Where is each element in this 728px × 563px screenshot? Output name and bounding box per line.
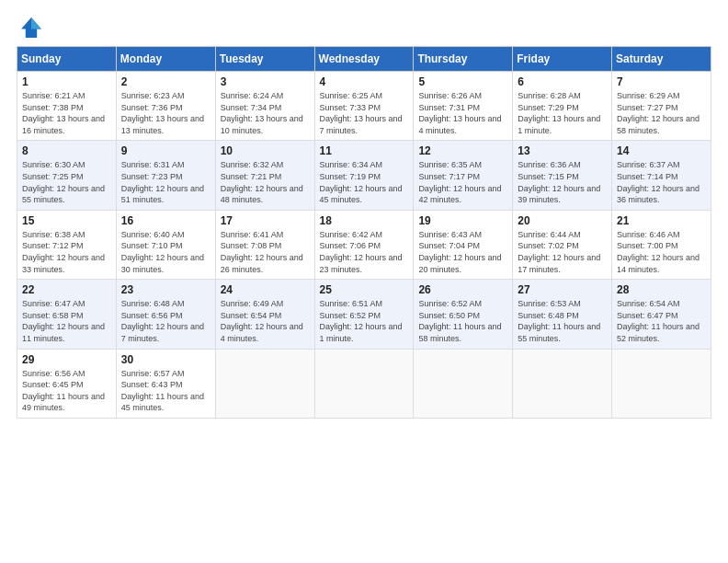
day-number: 15 bbox=[22, 214, 111, 227]
day-number: 1 bbox=[22, 75, 111, 88]
calendar-cell: 18Sunrise: 6:42 AMSunset: 7:06 PMDayligh… bbox=[314, 210, 414, 279]
day-detail: Sunrise: 6:48 AMSunset: 6:56 PMDaylight:… bbox=[121, 299, 204, 343]
calendar-header-row: SundayMondayTuesdayWednesdayThursdayFrid… bbox=[17, 47, 711, 72]
calendar-cell: 13Sunrise: 6:36 AMSunset: 7:15 PMDayligh… bbox=[513, 141, 612, 210]
day-detail: Sunrise: 6:23 AMSunset: 7:36 PMDaylight:… bbox=[121, 91, 204, 135]
calendar-cell: 30Sunrise: 6:57 AMSunset: 6:43 PMDayligh… bbox=[116, 349, 215, 418]
day-number: 11 bbox=[320, 144, 409, 157]
day-detail: Sunrise: 6:36 AMSunset: 7:15 PMDaylight:… bbox=[518, 160, 600, 204]
week-row-3: 15Sunrise: 6:38 AMSunset: 7:12 PMDayligh… bbox=[17, 210, 711, 279]
week-row-5: 29Sunrise: 6:56 AMSunset: 6:45 PMDayligh… bbox=[17, 349, 711, 418]
day-number: 13 bbox=[518, 144, 607, 157]
day-number: 8 bbox=[22, 144, 111, 157]
day-detail: Sunrise: 6:30 AMSunset: 7:25 PMDaylight:… bbox=[22, 160, 105, 204]
day-number: 19 bbox=[418, 214, 507, 227]
day-number: 18 bbox=[320, 214, 409, 227]
calendar-cell: 23Sunrise: 6:48 AMSunset: 6:56 PMDayligh… bbox=[116, 280, 215, 349]
week-row-1: 1Sunrise: 6:21 AMSunset: 7:38 PMDaylight… bbox=[17, 72, 711, 141]
day-number: 25 bbox=[320, 283, 409, 296]
day-detail: Sunrise: 6:44 AMSunset: 7:02 PMDaylight:… bbox=[518, 230, 600, 274]
calendar-cell: 4Sunrise: 6:25 AMSunset: 7:33 PMDaylight… bbox=[314, 72, 414, 141]
day-number: 22 bbox=[22, 283, 111, 296]
day-number: 2 bbox=[121, 75, 210, 88]
day-number: 17 bbox=[221, 214, 310, 227]
header-monday: Monday bbox=[116, 47, 215, 72]
calendar-cell: 29Sunrise: 6:56 AMSunset: 6:45 PMDayligh… bbox=[17, 349, 117, 418]
calendar-cell bbox=[215, 349, 314, 418]
calendar-cell: 10Sunrise: 6:32 AMSunset: 7:21 PMDayligh… bbox=[215, 141, 314, 210]
day-detail: Sunrise: 6:47 AMSunset: 6:58 PMDaylight:… bbox=[22, 299, 105, 343]
calendar-cell bbox=[513, 349, 612, 418]
day-number: 6 bbox=[518, 75, 607, 88]
day-detail: Sunrise: 6:34 AMSunset: 7:19 PMDaylight:… bbox=[320, 160, 403, 204]
calendar-cell: 3Sunrise: 6:24 AMSunset: 7:34 PMDaylight… bbox=[215, 72, 314, 141]
logo bbox=[18, 15, 48, 40]
day-number: 26 bbox=[418, 283, 507, 296]
calendar-cell: 7Sunrise: 6:29 AMSunset: 7:27 PMDaylight… bbox=[612, 72, 711, 141]
day-detail: Sunrise: 6:25 AMSunset: 7:33 PMDaylight:… bbox=[320, 91, 403, 135]
header-wednesday: Wednesday bbox=[314, 47, 414, 72]
calendar-cell: 28Sunrise: 6:54 AMSunset: 6:47 PMDayligh… bbox=[612, 280, 711, 349]
day-detail: Sunrise: 6:41 AMSunset: 7:08 PMDaylight:… bbox=[221, 230, 303, 274]
day-number: 10 bbox=[221, 144, 310, 157]
day-number: 29 bbox=[22, 353, 111, 366]
day-detail: Sunrise: 6:37 AMSunset: 7:14 PMDaylight:… bbox=[617, 160, 700, 204]
day-number: 14 bbox=[617, 144, 706, 157]
header-sunday: Sunday bbox=[17, 47, 117, 72]
day-detail: Sunrise: 6:38 AMSunset: 7:12 PMDaylight:… bbox=[22, 230, 105, 274]
day-detail: Sunrise: 6:24 AMSunset: 7:34 PMDaylight:… bbox=[221, 91, 303, 135]
day-detail: Sunrise: 6:31 AMSunset: 7:23 PMDaylight:… bbox=[121, 160, 204, 204]
day-detail: Sunrise: 6:46 AMSunset: 7:00 PMDaylight:… bbox=[617, 230, 700, 274]
calendar-cell: 2Sunrise: 6:23 AMSunset: 7:36 PMDaylight… bbox=[116, 72, 215, 141]
day-number: 7 bbox=[617, 75, 706, 88]
day-detail: Sunrise: 6:29 AMSunset: 7:27 PMDaylight:… bbox=[617, 91, 700, 135]
calendar-wrapper: SundayMondayTuesdayWednesdayThursdayFrid… bbox=[9, 46, 719, 426]
header-friday: Friday bbox=[513, 47, 612, 72]
header-thursday: Thursday bbox=[414, 47, 513, 72]
calendar-cell bbox=[314, 349, 414, 418]
day-detail: Sunrise: 6:57 AMSunset: 6:43 PMDaylight:… bbox=[121, 369, 204, 413]
day-detail: Sunrise: 6:51 AMSunset: 6:52 PMDaylight:… bbox=[320, 299, 403, 343]
day-number: 27 bbox=[518, 283, 607, 296]
day-number: 24 bbox=[221, 283, 310, 296]
calendar-cell: 6Sunrise: 6:28 AMSunset: 7:29 PMDaylight… bbox=[513, 72, 612, 141]
day-detail: Sunrise: 6:42 AMSunset: 7:06 PMDaylight:… bbox=[320, 230, 403, 274]
day-detail: Sunrise: 6:35 AMSunset: 7:17 PMDaylight:… bbox=[418, 160, 501, 204]
day-number: 21 bbox=[617, 214, 706, 227]
calendar-cell: 24Sunrise: 6:49 AMSunset: 6:54 PMDayligh… bbox=[215, 280, 314, 349]
calendar-cell: 27Sunrise: 6:53 AMSunset: 6:48 PMDayligh… bbox=[513, 280, 612, 349]
calendar-cell: 22Sunrise: 6:47 AMSunset: 6:58 PMDayligh… bbox=[17, 280, 117, 349]
day-number: 3 bbox=[221, 75, 310, 88]
calendar-cell: 20Sunrise: 6:44 AMSunset: 7:02 PMDayligh… bbox=[513, 210, 612, 279]
day-detail: Sunrise: 6:54 AMSunset: 6:47 PMDaylight:… bbox=[617, 299, 700, 343]
calendar-cell: 16Sunrise: 6:40 AMSunset: 7:10 PMDayligh… bbox=[116, 210, 215, 279]
header-tuesday: Tuesday bbox=[215, 47, 314, 72]
calendar-cell: 11Sunrise: 6:34 AMSunset: 7:19 PMDayligh… bbox=[314, 141, 414, 210]
day-detail: Sunrise: 6:52 AMSunset: 6:50 PMDaylight:… bbox=[418, 299, 501, 343]
day-detail: Sunrise: 6:49 AMSunset: 6:54 PMDaylight:… bbox=[221, 299, 303, 343]
calendar-table: SundayMondayTuesdayWednesdayThursdayFrid… bbox=[17, 46, 711, 419]
day-number: 12 bbox=[418, 144, 507, 157]
day-number: 4 bbox=[320, 75, 409, 88]
day-number: 5 bbox=[418, 75, 507, 88]
calendar-cell: 26Sunrise: 6:52 AMSunset: 6:50 PMDayligh… bbox=[414, 280, 513, 349]
svg-marker-1 bbox=[31, 17, 41, 29]
calendar-cell: 25Sunrise: 6:51 AMSunset: 6:52 PMDayligh… bbox=[314, 280, 414, 349]
day-detail: Sunrise: 6:40 AMSunset: 7:10 PMDaylight:… bbox=[121, 230, 204, 274]
day-detail: Sunrise: 6:28 AMSunset: 7:29 PMDaylight:… bbox=[518, 91, 600, 135]
calendar-cell: 21Sunrise: 6:46 AMSunset: 7:00 PMDayligh… bbox=[612, 210, 711, 279]
day-detail: Sunrise: 6:26 AMSunset: 7:31 PMDaylight:… bbox=[418, 91, 501, 135]
calendar-cell: 14Sunrise: 6:37 AMSunset: 7:14 PMDayligh… bbox=[612, 141, 711, 210]
day-number: 16 bbox=[121, 214, 210, 227]
day-number: 28 bbox=[617, 283, 706, 296]
calendar-cell bbox=[414, 349, 513, 418]
calendar-cell: 15Sunrise: 6:38 AMSunset: 7:12 PMDayligh… bbox=[17, 210, 117, 279]
header-saturday: Saturday bbox=[612, 47, 711, 72]
day-detail: Sunrise: 6:32 AMSunset: 7:21 PMDaylight:… bbox=[221, 160, 303, 204]
week-row-4: 22Sunrise: 6:47 AMSunset: 6:58 PMDayligh… bbox=[17, 280, 711, 349]
day-detail: Sunrise: 6:43 AMSunset: 7:04 PMDaylight:… bbox=[418, 230, 501, 274]
day-detail: Sunrise: 6:56 AMSunset: 6:45 PMDaylight:… bbox=[22, 369, 105, 413]
day-detail: Sunrise: 6:21 AMSunset: 7:38 PMDaylight:… bbox=[22, 91, 105, 135]
day-number: 20 bbox=[518, 214, 607, 227]
logo-icon bbox=[18, 15, 44, 40]
